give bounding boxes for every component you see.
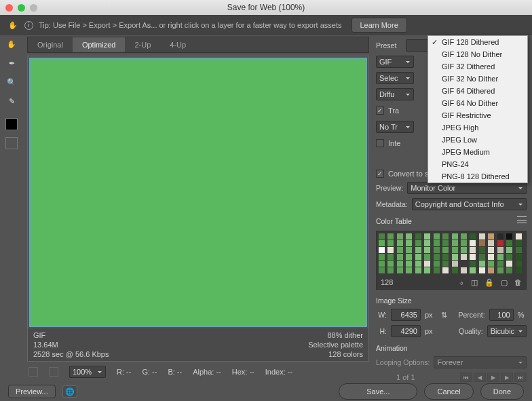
color-swatch[interactable] bbox=[461, 247, 467, 253]
color-swatch[interactable] bbox=[387, 247, 394, 253]
zoom-out-icon[interactable] bbox=[28, 367, 38, 377]
color-swatch[interactable] bbox=[397, 267, 403, 273]
color-swatch[interactable] bbox=[497, 261, 504, 267]
reduction-select[interactable]: Selec bbox=[376, 72, 414, 84]
color-swatch[interactable] bbox=[406, 240, 412, 246]
color-swatch[interactable] bbox=[397, 240, 403, 246]
toggle-slices-icon[interactable] bbox=[5, 137, 18, 149]
color-swatch[interactable] bbox=[497, 267, 504, 273]
preset-option[interactable]: JPEG Medium bbox=[428, 146, 527, 158]
color-swatch[interactable] bbox=[506, 261, 512, 267]
preset-option[interactable]: JPEG Low bbox=[428, 134, 527, 146]
color-swatch[interactable] bbox=[497, 240, 504, 246]
color-swatch[interactable] bbox=[461, 233, 467, 240]
percent-input[interactable]: 100 bbox=[489, 309, 514, 321]
preset-option[interactable]: JPEG High bbox=[428, 121, 527, 134]
color-swatch[interactable] bbox=[379, 247, 385, 253]
color-swatch[interactable] bbox=[442, 261, 449, 267]
hand-tool-icon[interactable]: ✋ bbox=[5, 38, 18, 50]
slice-tool-icon[interactable]: ✒ bbox=[5, 57, 18, 69]
learn-more-button[interactable]: Learn More bbox=[352, 18, 407, 33]
color-swatch[interactable] bbox=[506, 233, 512, 240]
color-swatch[interactable] bbox=[470, 267, 476, 273]
ct-new-icon[interactable]: ▢ bbox=[501, 278, 508, 287]
tab-2up[interactable]: 2-Up bbox=[125, 37, 160, 52]
preset-option[interactable]: GIF 128 Dithered bbox=[428, 36, 527, 48]
color-swatch[interactable] bbox=[415, 247, 421, 253]
ct-delete-icon[interactable]: 🗑 bbox=[514, 278, 522, 287]
color-swatch[interactable] bbox=[397, 233, 403, 240]
foreground-swatch[interactable] bbox=[5, 118, 18, 130]
color-swatch[interactable] bbox=[479, 261, 485, 267]
color-swatch[interactable] bbox=[488, 233, 494, 240]
width-input[interactable]: 6435 bbox=[391, 309, 421, 321]
color-swatch[interactable] bbox=[406, 233, 412, 240]
zoom-select[interactable]: 100% bbox=[69, 366, 106, 378]
color-swatch[interactable] bbox=[479, 240, 485, 246]
zoom-in-icon[interactable] bbox=[49, 367, 58, 377]
color-swatch[interactable] bbox=[434, 233, 440, 240]
color-swatch[interactable] bbox=[488, 267, 494, 273]
color-swatch[interactable] bbox=[387, 254, 394, 260]
color-swatch[interactable] bbox=[424, 247, 430, 253]
color-swatch[interactable] bbox=[424, 233, 430, 240]
color-swatch[interactable] bbox=[516, 261, 522, 267]
preset-option[interactable]: GIF 64 Dithered bbox=[428, 85, 527, 97]
color-swatch[interactable] bbox=[452, 240, 458, 246]
color-swatch[interactable] bbox=[479, 267, 485, 273]
preset-option[interactable]: PNG-24 bbox=[428, 158, 527, 170]
color-swatch[interactable] bbox=[424, 261, 430, 267]
color-swatch[interactable] bbox=[434, 247, 440, 253]
format-select[interactable]: GIF bbox=[376, 56, 414, 68]
color-swatch[interactable] bbox=[434, 254, 440, 260]
color-swatch[interactable] bbox=[387, 240, 394, 246]
color-swatch[interactable] bbox=[516, 267, 522, 273]
color-swatch[interactable] bbox=[442, 247, 449, 253]
link-icon[interactable]: ⇅ bbox=[441, 311, 447, 320]
color-swatch[interactable] bbox=[452, 254, 458, 260]
metadata-select[interactable]: Copyright and Contact Info bbox=[412, 198, 527, 210]
color-swatch[interactable] bbox=[442, 254, 449, 260]
color-swatch[interactable] bbox=[442, 267, 449, 273]
color-swatch[interactable] bbox=[516, 240, 522, 246]
tab-optimized[interactable]: Optimized bbox=[73, 37, 126, 52]
color-swatch[interactable] bbox=[497, 254, 504, 260]
ct-lock-icon[interactable]: ⬨ bbox=[459, 278, 464, 287]
color-swatch[interactable] bbox=[415, 240, 421, 246]
save-button[interactable]: Save... bbox=[339, 383, 417, 400]
color-swatch[interactable] bbox=[379, 233, 385, 240]
color-swatch[interactable] bbox=[387, 267, 394, 273]
color-swatch[interactable] bbox=[506, 267, 512, 273]
color-swatch[interactable] bbox=[379, 261, 385, 267]
srgb-checkbox[interactable] bbox=[376, 170, 384, 178]
quality-select[interactable]: Bicubic bbox=[487, 325, 527, 337]
color-swatch[interactable] bbox=[516, 247, 522, 253]
color-swatch[interactable] bbox=[406, 267, 412, 273]
color-swatch[interactable] bbox=[461, 240, 467, 246]
preset-option[interactable]: GIF 128 No Dither bbox=[428, 48, 527, 60]
color-swatch[interactable] bbox=[424, 254, 430, 260]
ct-shift-icon[interactable]: ◫ bbox=[471, 278, 478, 287]
color-swatch[interactable] bbox=[479, 254, 485, 260]
zoom-tool-icon[interactable]: 🔍 bbox=[5, 76, 18, 88]
color-swatch[interactable] bbox=[379, 254, 385, 260]
preview-canvas[interactable] bbox=[29, 58, 367, 327]
color-swatch-grid[interactable] bbox=[377, 231, 526, 275]
color-swatch[interactable] bbox=[470, 254, 476, 260]
preview-select[interactable]: Monitor Color bbox=[407, 182, 527, 194]
color-swatch[interactable] bbox=[497, 247, 504, 253]
color-swatch[interactable] bbox=[424, 267, 430, 273]
preset-option[interactable]: GIF 32 Dithered bbox=[428, 60, 527, 73]
preview-button[interactable]: Preview... bbox=[8, 385, 56, 398]
eyedropper-tool-icon[interactable]: ✎ bbox=[5, 95, 18, 107]
color-swatch[interactable] bbox=[397, 247, 403, 253]
color-swatch[interactable] bbox=[488, 254, 494, 260]
height-input[interactable]: 4290 bbox=[391, 325, 421, 337]
color-swatch[interactable] bbox=[506, 254, 512, 260]
color-swatch[interactable] bbox=[406, 254, 412, 260]
color-swatch[interactable] bbox=[406, 247, 412, 253]
color-swatch[interactable] bbox=[415, 261, 421, 267]
preset-option[interactable]: GIF 64 No Dither bbox=[428, 97, 527, 109]
color-swatch[interactable] bbox=[434, 267, 440, 273]
preset-dropdown[interactable]: GIF 128 DitheredGIF 128 No DitherGIF 32 … bbox=[428, 35, 528, 183]
